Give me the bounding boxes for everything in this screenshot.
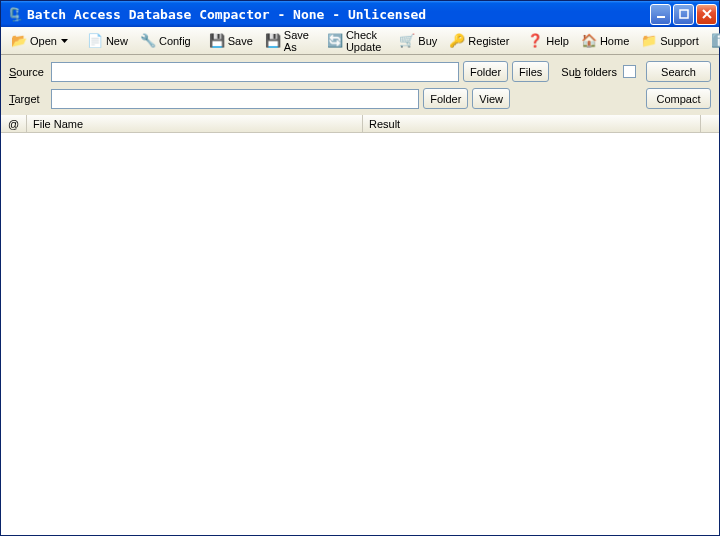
check-update-button[interactable]: 🔄 Check Update [321, 26, 387, 56]
info-icon: ℹ️ [711, 33, 720, 49]
new-button[interactable]: 📄 New [81, 30, 134, 52]
target-input[interactable] [51, 89, 419, 109]
target-view-button[interactable]: View [472, 88, 510, 109]
form-area: Source Folder Files Sub folders Search T… [1, 55, 719, 115]
source-row: Source Folder Files Sub folders Search [9, 61, 711, 82]
col-result[interactable]: Result [363, 115, 701, 132]
gear-icon: 🔧 [140, 33, 156, 49]
svg-rect-1 [680, 10, 688, 18]
window-controls [650, 4, 717, 25]
config-button[interactable]: 🔧 Config [134, 30, 197, 52]
source-files-button[interactable]: Files [512, 61, 549, 82]
app-window: 🗜️ Batch Access Database Compactor - Non… [0, 0, 720, 536]
buy-button[interactable]: 🛒 Buy [393, 30, 443, 52]
source-input[interactable] [51, 62, 459, 82]
source-label: Source [9, 66, 47, 78]
chevron-down-icon[interactable] [60, 39, 69, 43]
target-row: Target Folder View Compact [9, 88, 711, 109]
cart-icon: 🛒 [399, 33, 415, 49]
support-button[interactable]: 📁 Support [635, 30, 705, 52]
maximize-button[interactable] [673, 4, 694, 25]
titlebar: 🗜️ Batch Access Database Compactor - Non… [1, 1, 719, 27]
col-at[interactable]: @ [1, 115, 27, 132]
window-title: Batch Access Database Compactor - None -… [27, 7, 650, 22]
source-folder-button[interactable]: Folder [463, 61, 508, 82]
target-label: Target [9, 93, 47, 105]
new-file-icon: 📄 [87, 33, 103, 49]
save-button[interactable]: 💾 Save [203, 30, 259, 52]
saveas-button[interactable]: 💾 Save As [259, 26, 315, 56]
compact-button[interactable]: Compact [646, 88, 711, 109]
subfolders-checkbox[interactable] [623, 65, 636, 78]
minimize-button[interactable] [650, 4, 671, 25]
save-icon: 💾 [209, 33, 225, 49]
update-icon: 🔄 [327, 33, 343, 49]
help-icon: ❓ [527, 33, 543, 49]
home-button[interactable]: 🏠 Home [575, 30, 635, 52]
support-icon: 📁 [641, 33, 657, 49]
open-button[interactable]: 📂 Open [5, 30, 75, 52]
about-button[interactable]: ℹ️ About [705, 30, 720, 52]
folder-open-icon: 📂 [11, 33, 27, 49]
svg-rect-0 [657, 16, 665, 18]
table-header: @ File Name Result [1, 115, 719, 133]
close-button[interactable] [696, 4, 717, 25]
register-icon: 🔑 [449, 33, 465, 49]
saveas-icon: 💾 [265, 33, 281, 49]
help-button[interactable]: ❓ Help [521, 30, 575, 52]
col-filename[interactable]: File Name [27, 115, 363, 132]
subfolders-label: Sub folders [561, 66, 617, 78]
table-body [1, 133, 719, 535]
home-icon: 🏠 [581, 33, 597, 49]
search-button[interactable]: Search [646, 61, 711, 82]
app-icon: 🗜️ [7, 6, 23, 22]
col-spacer [701, 115, 719, 132]
target-folder-button[interactable]: Folder [423, 88, 468, 109]
toolbar: 📂 Open 📄 New 🔧 Config 💾 Save 💾 Save As 🔄 [1, 27, 719, 55]
register-button[interactable]: 🔑 Register [443, 30, 515, 52]
